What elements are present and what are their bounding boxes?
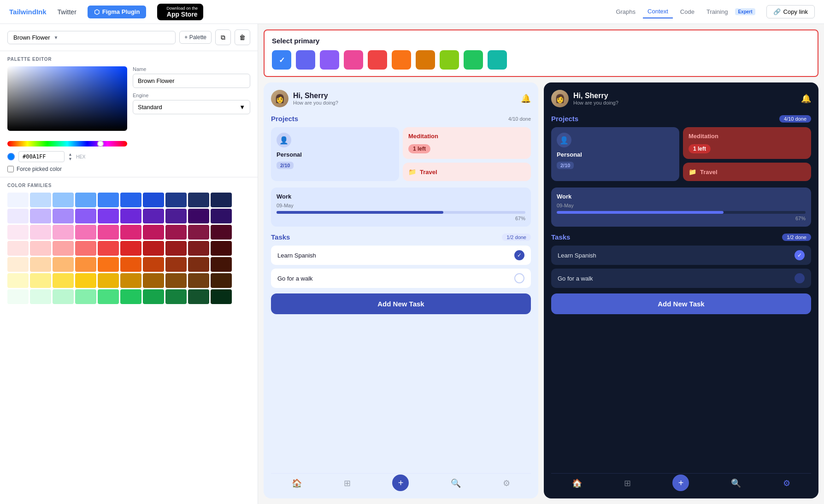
color-swatch[interactable] (98, 289, 119, 304)
color-option-lime[interactable] (440, 50, 459, 70)
settings-icon-dark[interactable]: ⚙ (783, 478, 790, 491)
color-swatch[interactable] (53, 273, 74, 288)
color-swatch[interactable] (120, 257, 141, 272)
color-swatch[interactable] (98, 257, 119, 272)
add-palette-button[interactable]: + Palette (179, 31, 212, 44)
color-swatch[interactable] (143, 225, 164, 240)
color-swatch[interactable] (188, 193, 209, 207)
personal-card-light[interactable]: 👤 Personal 2/10 (271, 127, 399, 181)
tab-graphs[interactable]: Graphs (611, 6, 640, 18)
color-option-yellow[interactable] (416, 50, 435, 70)
name-input[interactable] (133, 74, 250, 88)
meditation-card-dark[interactable]: Meditation 1 left (683, 127, 811, 159)
color-swatch[interactable] (98, 273, 119, 288)
color-swatch[interactable] (211, 257, 232, 272)
grid-icon-dark[interactable]: ⊞ (624, 478, 631, 491)
color-swatch[interactable] (211, 193, 232, 207)
settings-icon-light[interactable]: ⚙ (503, 478, 510, 491)
color-option-indigo[interactable] (296, 50, 315, 70)
color-swatch[interactable] (98, 225, 119, 240)
color-swatch[interactable] (53, 193, 74, 207)
task-learn-spanish-dark[interactable]: Learn Spanish ✓ (551, 246, 811, 265)
color-swatch[interactable] (7, 193, 29, 207)
color-swatch[interactable] (75, 193, 96, 207)
color-swatch[interactable] (7, 289, 29, 304)
add-task-button-dark[interactable]: Add New Task (551, 293, 811, 314)
color-swatch[interactable] (211, 209, 232, 223)
color-option-blue[interactable]: ✓ (272, 50, 291, 70)
appstore-button[interactable]: Download on the App Store (157, 4, 203, 20)
color-swatch[interactable] (143, 193, 164, 207)
force-color-checkbox[interactable] (7, 166, 14, 172)
color-swatch[interactable] (7, 225, 29, 240)
engine-select[interactable]: Standard ▼ (133, 100, 250, 114)
search-icon-dark[interactable]: 🔍 (731, 478, 741, 491)
personal-card-dark[interactable]: 👤 Personal 2/10 (551, 127, 679, 181)
home-icon-dark[interactable]: 🏠 (572, 478, 582, 491)
color-gradient-picker[interactable] (7, 66, 127, 131)
twitter-link[interactable]: Twitter (58, 8, 77, 16)
add-task-button-light[interactable]: Add New Task (271, 293, 531, 314)
color-swatch[interactable] (211, 273, 232, 288)
bell-icon-dark[interactable]: 🔔 (801, 94, 811, 104)
color-swatch[interactable] (143, 273, 164, 288)
color-swatch[interactable] (75, 289, 96, 304)
task-learn-spanish-light[interactable]: Learn Spanish ✓ (271, 246, 531, 265)
color-swatch[interactable] (7, 257, 29, 272)
color-swatch[interactable] (120, 193, 141, 207)
color-swatch[interactable] (143, 209, 164, 223)
grid-icon-light[interactable]: ⊞ (344, 478, 351, 491)
task-walk-light[interactable]: Go for a walk (271, 269, 531, 288)
add-nav-button-dark[interactable]: + (672, 475, 689, 491)
color-swatch[interactable] (165, 225, 187, 240)
color-swatch[interactable] (7, 273, 29, 288)
task-check-undone-dark[interactable] (795, 273, 805, 283)
color-swatch[interactable] (211, 241, 232, 256)
task-walk-dark[interactable]: Go for a walk (551, 269, 811, 288)
color-option-green[interactable] (464, 50, 483, 70)
delete-button[interactable]: 🗑 (235, 29, 250, 45)
color-swatch[interactable] (75, 257, 96, 272)
hex-arrows[interactable]: ▲ ▼ (68, 152, 72, 161)
tab-code[interactable]: Code (676, 6, 699, 18)
color-option-pink[interactable] (344, 50, 363, 70)
hue-slider-thumb[interactable] (97, 141, 104, 147)
color-swatch[interactable] (120, 209, 141, 223)
color-option-red[interactable] (368, 50, 387, 70)
palette-dropdown[interactable]: Brown Flower ▼ (7, 31, 176, 44)
color-swatch[interactable] (188, 241, 209, 256)
color-swatch[interactable] (120, 225, 141, 240)
color-swatch[interactable] (53, 257, 74, 272)
color-swatch[interactable] (143, 289, 164, 304)
tab-training[interactable]: Training (702, 6, 732, 18)
color-swatch[interactable] (120, 241, 141, 256)
task-check-done-dark[interactable]: ✓ (795, 250, 805, 260)
color-option-orange[interactable] (392, 50, 411, 70)
bell-icon-light[interactable]: 🔔 (521, 94, 531, 104)
search-icon-light[interactable]: 🔍 (451, 478, 461, 491)
color-swatch[interactable] (7, 241, 29, 256)
color-swatch[interactable] (188, 273, 209, 288)
color-swatch[interactable] (143, 257, 164, 272)
color-swatch[interactable] (98, 193, 119, 207)
hex-input[interactable] (18, 151, 65, 162)
task-check-undone-light[interactable] (514, 273, 524, 283)
color-swatch[interactable] (188, 289, 209, 304)
figma-plugin-button[interactable]: ⬡ Figma Plugin (88, 6, 147, 18)
color-swatch[interactable] (98, 241, 119, 256)
color-swatch[interactable] (53, 209, 74, 223)
color-swatch[interactable] (188, 209, 209, 223)
color-swatch[interactable] (75, 225, 96, 240)
work-card-light[interactable]: Work 09-May 67% (271, 188, 531, 227)
color-swatch[interactable] (7, 209, 29, 223)
color-swatch[interactable] (143, 241, 164, 256)
color-swatch[interactable] (30, 289, 51, 304)
color-swatch[interactable] (165, 273, 187, 288)
meditation-card-light[interactable]: Meditation 1 left (403, 127, 531, 159)
color-swatch[interactable] (165, 241, 187, 256)
color-swatch[interactable] (165, 289, 187, 304)
color-option-teal[interactable] (488, 50, 507, 70)
travel-card-light[interactable]: 📁 Travel (403, 163, 531, 181)
work-card-dark[interactable]: Work 09-May 67% (551, 188, 811, 227)
color-swatch[interactable] (188, 257, 209, 272)
